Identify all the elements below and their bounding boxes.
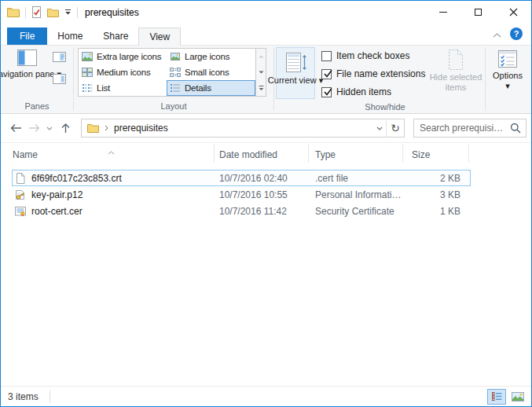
- layout-option-extra-large-icons[interactable]: Extra large icons: [79, 49, 167, 64]
- chevron-down-icon: [376, 126, 383, 130]
- close-button[interactable]: [496, 1, 531, 24]
- file-date-modified: 10/7/2016 02:40: [215, 173, 309, 184]
- qat-separator: [77, 7, 78, 18]
- column-headers: Name Date modified Type Size: [12, 144, 531, 163]
- layout-group-label: Layout: [74, 101, 273, 113]
- layout-option-label: Details: [185, 83, 211, 93]
- arrow-right-icon: [28, 123, 41, 133]
- tab-view[interactable]: View: [138, 28, 181, 46]
- gallery-more-button[interactable]: [256, 80, 266, 96]
- explorer-window: prerequisites File Home Share View ?: [0, 0, 532, 407]
- details-pane-icon: [52, 73, 67, 85]
- layout-option-details[interactable]: Details: [167, 80, 255, 96]
- minimize-button[interactable]: [425, 1, 460, 24]
- navigation-pane-label: Navigation pane: [0, 69, 54, 79]
- quick-access-toolbar: [1, 6, 78, 18]
- tab-file[interactable]: File: [7, 28, 47, 45]
- table-row[interactable]: root-cert.cer 10/7/2016 11:42 Security C…: [12, 203, 471, 219]
- properties-qat-button[interactable]: [31, 6, 42, 18]
- layout-option-list[interactable]: List: [79, 80, 167, 96]
- options-label: Options: [493, 71, 523, 80]
- preview-pane-button[interactable]: [52, 51, 67, 66]
- extra-large-icons-icon: [82, 52, 93, 61]
- address-dropdown-button[interactable]: [373, 119, 386, 138]
- navigation-pane-button[interactable]: Navigation pane ▾: [2, 46, 51, 101]
- details-pane-button[interactable]: [52, 73, 67, 88]
- table-row[interactable]: 6f69fc017c23c853.crt 10/7/2016 02:40 .ce…: [12, 170, 471, 186]
- current-view-icon: [284, 51, 307, 75]
- up-button[interactable]: [55, 119, 75, 138]
- table-row[interactable]: key-pair.p12 10/7/2016 10:55 Personal In…: [12, 186, 471, 203]
- panes-group-label: Panes: [1, 101, 73, 113]
- pane-small-buttons: [52, 46, 67, 101]
- ribbon-collapse-button[interactable]: [493, 27, 501, 41]
- options-button[interactable]: Options▾: [486, 46, 530, 101]
- folder-icon: [47, 8, 59, 17]
- column-header-type[interactable]: Type: [309, 144, 403, 163]
- layout-option-large-icons[interactable]: Large icons: [167, 49, 255, 64]
- checkbox-item-check-boxes[interactable]: Item check boxes: [321, 48, 428, 64]
- view-toggle-thumbnails[interactable]: [508, 389, 527, 405]
- back-button[interactable]: [6, 119, 25, 138]
- search-input[interactable]: [414, 123, 510, 134]
- chevron-down-icon: [64, 9, 72, 16]
- address-bar[interactable]: prerequisites ↻: [81, 119, 405, 138]
- ribbon-group-current-view: Current view ▾: [274, 46, 317, 113]
- ribbon-view-tab-panel: Navigation pane ▾ Panes: [1, 45, 531, 114]
- show-hide-group-label: Show/hide: [317, 102, 485, 113]
- details-view-icon: [170, 83, 181, 93]
- layout-gallery: Extra large icons Large icons Medium ico…: [78, 48, 256, 97]
- file-list-pane[interactable]: Name Date modified Type Size 6f69fc017c2…: [1, 143, 531, 386]
- new-folder-qat-button[interactable]: [47, 8, 59, 17]
- checkbox-label: Hidden items: [336, 86, 391, 97]
- preview-pane-icon: [52, 51, 67, 63]
- layout-option-label: Large icons: [185, 52, 229, 61]
- layout-option-medium-icons[interactable]: Medium icons: [79, 64, 167, 80]
- status-separator: [50, 390, 50, 403]
- recent-locations-button[interactable]: [44, 119, 55, 138]
- maximize-icon: [475, 9, 482, 16]
- help-button[interactable]: ?: [510, 28, 523, 40]
- hide-selected-items-label: Hide selected items: [428, 72, 483, 93]
- tab-share[interactable]: Share: [93, 28, 138, 45]
- breadcrumb-folder-icon: [87, 123, 99, 133]
- checkbox-box: [321, 69, 332, 79]
- navigation-pane-icon: [15, 48, 39, 68]
- hide-selected-items-icon: [446, 48, 466, 72]
- current-view-button[interactable]: Current view ▾: [276, 47, 315, 99]
- file-certificate-icon: [14, 205, 27, 218]
- column-header-date-modified[interactable]: Date modified: [215, 144, 309, 163]
- search-icon[interactable]: [510, 123, 521, 134]
- large-icons-icon: [170, 52, 181, 61]
- maximize-button[interactable]: [460, 1, 496, 24]
- layout-option-label: List: [97, 83, 110, 93]
- gallery-scroll-down-button[interactable]: [256, 64, 266, 80]
- chevron-down-icon: ▾: [505, 81, 510, 90]
- checkbox-hidden-items[interactable]: Hidden items: [321, 84, 428, 100]
- hide-selected-items-button: Hide selected items: [428, 46, 483, 102]
- refresh-button[interactable]: ↻: [387, 119, 404, 138]
- window-title: prerequisites: [85, 7, 139, 18]
- layout-option-small-icons[interactable]: Small icons: [167, 64, 255, 80]
- ribbon-group-layout: Extra large icons Large icons Medium ico…: [74, 46, 273, 113]
- breadcrumb-item[interactable]: prerequisites: [114, 123, 168, 134]
- qat-separator: [25, 7, 26, 18]
- file-date-modified: 10/7/2016 10:55: [215, 189, 309, 200]
- file-size: 2 KB: [403, 173, 468, 184]
- file-date-modified: 10/7/2016 11:42: [215, 206, 309, 217]
- view-toggle-details[interactable]: [487, 389, 506, 405]
- tabrow-right-controls: ?: [493, 27, 531, 41]
- medium-icons-icon: [82, 68, 93, 77]
- file-name: key-pair.p12: [31, 189, 83, 200]
- gallery-scroll-up-button[interactable]: [256, 49, 266, 64]
- ribbon-tabrow: File Home Share View ?: [1, 24, 531, 45]
- forward-button[interactable]: [25, 119, 44, 138]
- qat-customize-button[interactable]: [64, 9, 72, 16]
- file-generic-icon: [14, 172, 27, 185]
- ribbon-group-options: Options▾: [486, 46, 531, 113]
- tab-home[interactable]: Home: [47, 28, 93, 45]
- checkbox-file-name-extensions[interactable]: File name extensions: [321, 66, 428, 82]
- column-header-size[interactable]: Size: [403, 144, 469, 163]
- explorer-folder-icon: [7, 7, 20, 17]
- chevron-down-icon: [46, 126, 53, 130]
